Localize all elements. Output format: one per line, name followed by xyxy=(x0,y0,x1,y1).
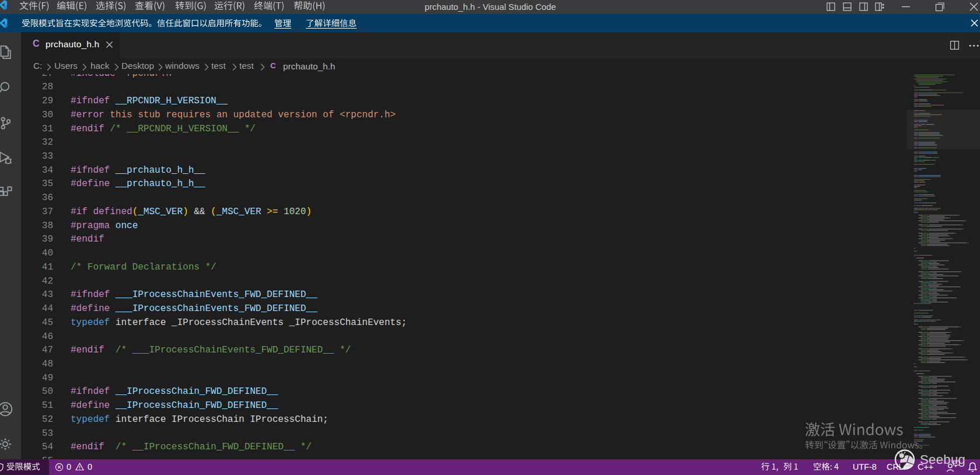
svg-text:Seebug: Seebug xyxy=(920,452,965,467)
